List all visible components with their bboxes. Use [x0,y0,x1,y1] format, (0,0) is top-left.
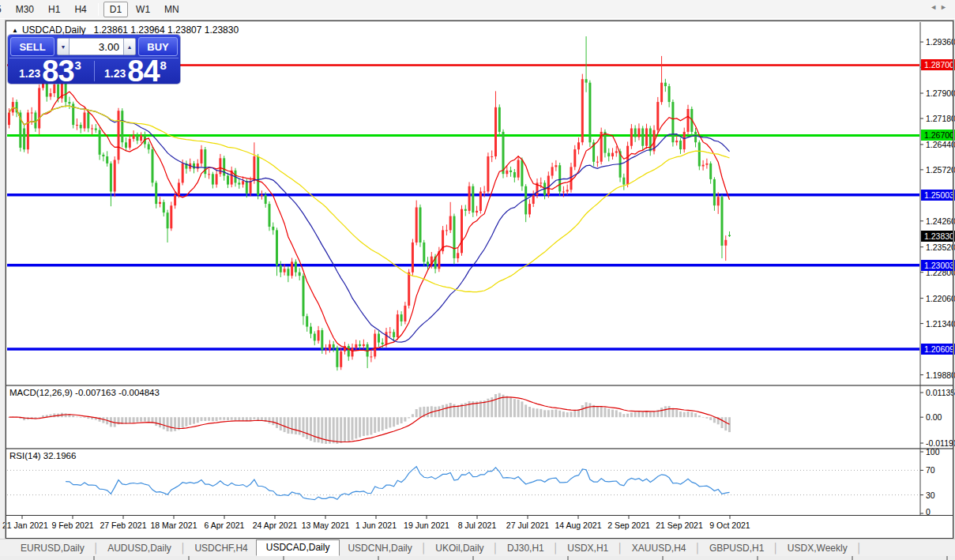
chart-tab-eurusd-daily[interactable]: EURUSD,Daily [13,541,92,555]
date-label: 24 Apr 2021 [253,521,298,530]
mt4-terminal: 5M30H1H4D1W1MN ▲USDCAD,Daily1.23861 1.23… [0,0,955,560]
timeframe-button-d1[interactable]: D1 [103,2,128,17]
sell-price-big: 83 [42,59,73,83]
date-label: 27 Feb 2021 [100,521,147,530]
timeframe-button-5[interactable]: 5 [0,2,8,17]
tab-scroll-arrows[interactable]: ◄► [930,3,950,11]
volume-input[interactable] [70,38,123,55]
tab-scroll-left-icon[interactable]: ◄ [930,3,940,11]
date-label: 6 Apr 2021 [205,521,245,530]
date-label: 9 Oct 2021 [709,521,750,530]
price-tick: 1.27900 [926,88,955,98]
rsi-tick: 100 [926,447,940,457]
price-tick: 1.27180 [926,114,955,123]
one-click-trading-panel: SELL ▼ ▲ BUY 1.23833 1.23848 [8,35,180,84]
rsi-tick: 30 [926,490,935,500]
rsi-tick: 0 [926,507,931,517]
buy-price-small: 1.23 [104,67,126,80]
chart-tab-usdx-weekly[interactable]: USDX,Weekly [780,541,855,555]
price-badge: 1.25003 [921,190,955,201]
date-label: 13 May 2021 [302,521,350,530]
chart-tab-usdx-h1[interactable]: USDX,H1 [559,541,616,555]
price-tick: 1.24260 [926,216,955,226]
date-label: 18 Mar 2021 [151,521,197,530]
timeframe-toolbar: 5M30H1H4D1W1MN [0,0,955,19]
price-tick: 1.19880 [926,370,955,380]
volume-increase-button[interactable]: ▲ [123,38,136,55]
tab-separator: │ [694,543,701,554]
sell-price-sup: 3 [75,58,81,72]
date-label: 9 Feb 2021 [51,521,93,530]
timeframe-button-h1[interactable]: H1 [42,2,66,17]
price-divider [94,61,95,81]
tab-scroll-right-icon[interactable]: ► [940,3,950,11]
date-label: 14 Aug 2021 [555,521,602,530]
chart-symbol-label: USDCAD,Daily [22,24,86,36]
tab-separator: │ [180,543,186,554]
tab-separator: │ [617,543,623,554]
timeframe-button-mn[interactable]: MN [158,2,186,17]
chart-tab-xauusd-h4[interactable]: XAUUSD,H4 [624,541,694,555]
chart-tab-audusd-daily[interactable]: AUDUSD,Daily [100,541,179,555]
chart-canvas[interactable] [6,21,953,541]
date-label: 19 Jun 2021 [404,521,449,530]
rsi-label: RSI(14) 32.1966 [9,451,76,460]
tab-separator: │ [856,543,863,554]
price-badge: 1.20609 [921,344,955,355]
chart-title: ▲USDCAD,Daily1.23861 1.23964 1.23807 1.2… [12,24,239,36]
timeframe-button-m30[interactable]: M30 [9,2,40,17]
tab-separator: │ [773,543,779,554]
timeframe-button-w1[interactable]: W1 [130,2,156,17]
tab-separator: │ [553,543,559,554]
price-tick: 1.29360 [926,37,955,47]
collapse-icon[interactable]: ▲ [12,27,18,34]
rsi-tick: 70 [926,465,935,475]
buy-price-big: 84 [127,59,159,83]
chart-tab-usdchf-h4[interactable]: USDCHF,H4 [186,541,255,555]
tab-separator: │ [93,543,100,554]
price-tick: 1.21340 [926,319,955,329]
price-tick: 1.23520 [926,242,955,252]
date-label: 2 Sep 2021 [607,521,650,530]
timeframe-button-h4[interactable]: H4 [68,2,92,17]
price-tick: 1.25720 [926,165,955,175]
chart-tab-bar: EURUSD,Daily│AUDUSD,Daily│USDCHF,H4USDCA… [0,539,955,556]
chart-tab-gbpusd-h1[interactable]: GBPUSD,H1 [701,541,772,555]
date-label: 21 Jan 2021 [2,521,48,530]
buy-price-sup: 8 [160,58,167,72]
volume-decrease-button[interactable]: ▼ [57,38,70,55]
date-label: 1 Jun 2021 [355,521,397,530]
bottom-strip [0,556,955,560]
chart-tab-dj30-h1[interactable]: DJ30,H1 [499,541,552,555]
chart-tab-usdcnh-daily[interactable]: USDCNH,Daily [340,541,419,555]
macd-tick: 0.01135 [926,388,955,397]
date-label: 21 Sep 2021 [656,521,703,530]
sell-button[interactable]: SELL [10,37,55,56]
chart-tab-usdcad-daily[interactable]: USDCAD,Daily [256,539,340,556]
price-badge: 1.28700 [921,59,955,70]
price-badge: 1.23830 [921,231,955,242]
macd-tick: 0.00 [926,412,942,422]
tab-separator: │ [421,543,427,554]
buy-button[interactable]: BUY [138,37,178,56]
chart-ohlc-label: 1.23861 1.23964 1.23807 1.23830 [94,24,239,36]
tab-separator: │ [493,543,499,554]
date-label: 27 Jul 2021 [506,521,549,530]
chart-tab-ukoil-daily[interactable]: UKOil,Daily [427,541,491,555]
sell-price-small: 1.23 [19,67,40,80]
price-badge: 1.23003 [921,260,955,271]
price-badge: 1.26700 [921,130,955,141]
sell-price[interactable]: 1.23833 [19,59,81,83]
price-tick: 1.26440 [926,140,955,149]
price-tick: 1.22060 [926,294,955,303]
buy-price[interactable]: 1.23848 [104,59,167,83]
date-label: 8 Jul 2021 [458,521,496,530]
toolbar-separator [98,3,99,16]
macd-label: MACD(12,26,9) -0.007163 -0.004843 [9,388,160,397]
